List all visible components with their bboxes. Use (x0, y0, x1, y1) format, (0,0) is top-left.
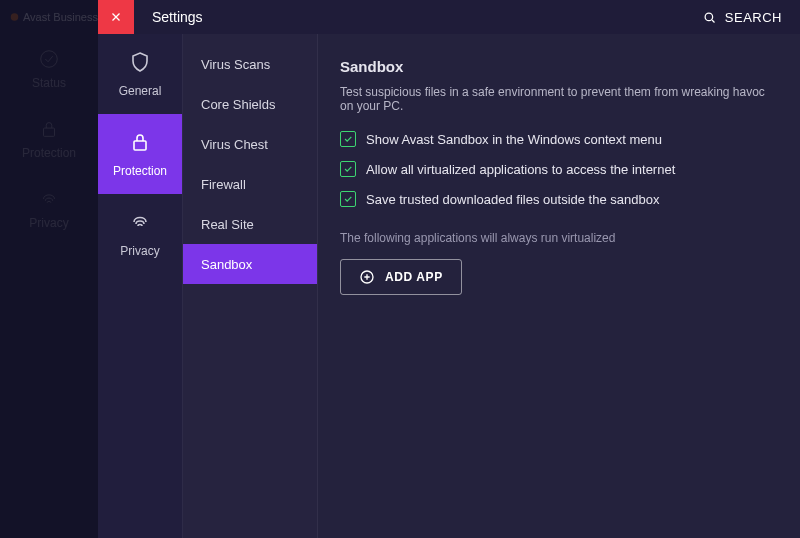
checkbox-save-outside[interactable] (340, 191, 356, 207)
option-label: Save trusted downloaded files outside th… (366, 192, 659, 207)
svg-point-0 (11, 13, 18, 20)
brand-name: Avast Business (23, 11, 98, 23)
add-app-label: ADD APP (385, 270, 443, 284)
search-icon (702, 10, 717, 25)
main-nav-label: Protection (22, 146, 76, 160)
check-icon (343, 134, 353, 144)
fingerprint-icon (38, 188, 60, 210)
settings-header: Settings SEARCH (98, 0, 800, 34)
category-label: Privacy (120, 244, 159, 258)
checkbox-internet-access[interactable] (340, 161, 356, 177)
subnav-real-site[interactable]: Real Site (183, 204, 317, 244)
close-button[interactable] (98, 0, 134, 34)
avast-logo-icon (10, 10, 19, 24)
check-icon (343, 194, 353, 204)
fingerprint-icon (128, 210, 152, 234)
option-context-menu: Show Avast Sandbox in the Windows contex… (340, 131, 778, 147)
svg-rect-2 (44, 128, 55, 136)
subnav-virus-scans[interactable]: Virus Scans (183, 44, 317, 84)
subnav-sidebar: Virus Scans Core Shields Virus Chest Fir… (183, 34, 318, 538)
subnav-virus-chest[interactable]: Virus Chest (183, 124, 317, 164)
category-general[interactable]: General (98, 34, 182, 114)
settings-title: Settings (134, 9, 203, 25)
content-heading: Sandbox (340, 58, 778, 75)
check-circle-icon (38, 48, 60, 70)
main-nav-privacy[interactable]: Privacy (0, 174, 98, 244)
option-internet-access: Allow all virtualized applications to ac… (340, 161, 778, 177)
category-sidebar: General Protection Privacy (98, 34, 183, 538)
check-icon (343, 164, 353, 174)
settings-content: Sandbox Test suspicious files in a safe … (318, 34, 800, 538)
lock-icon (128, 130, 152, 154)
search-label: SEARCH (725, 10, 782, 25)
main-nav-label: Privacy (29, 216, 68, 230)
svg-point-1 (41, 51, 58, 68)
main-sidebar: Avast Business Status Protection Privacy (0, 0, 98, 538)
lock-icon (38, 118, 60, 140)
option-label: Allow all virtualized applications to ac… (366, 162, 675, 177)
main-nav-label: Status (32, 76, 66, 90)
checkbox-context-menu[interactable] (340, 131, 356, 147)
category-privacy[interactable]: Privacy (98, 194, 182, 274)
category-protection[interactable]: Protection (98, 114, 182, 194)
plus-circle-icon (359, 269, 375, 285)
add-app-button[interactable]: ADD APP (340, 259, 462, 295)
shield-icon (128, 50, 152, 74)
category-label: General (119, 84, 162, 98)
subnav-sandbox[interactable]: Sandbox (183, 244, 317, 284)
svg-rect-4 (134, 141, 146, 150)
main-nav-protection[interactable]: Protection (0, 104, 98, 174)
virtualized-note: The following applications will always r… (340, 231, 778, 245)
subnav-core-shields[interactable]: Core Shields (183, 84, 317, 124)
close-icon (109, 10, 123, 24)
category-label: Protection (113, 164, 167, 178)
svg-point-3 (705, 13, 713, 21)
option-save-outside: Save trusted downloaded files outside th… (340, 191, 778, 207)
brand: Avast Business (0, 0, 98, 34)
search-button[interactable]: SEARCH (702, 10, 800, 25)
main-nav-status[interactable]: Status (0, 34, 98, 104)
settings-panel: Settings SEARCH General Protection (98, 0, 800, 538)
option-label: Show Avast Sandbox in the Windows contex… (366, 132, 662, 147)
subnav-firewall[interactable]: Firewall (183, 164, 317, 204)
content-description: Test suspicious files in a safe environm… (340, 85, 778, 113)
